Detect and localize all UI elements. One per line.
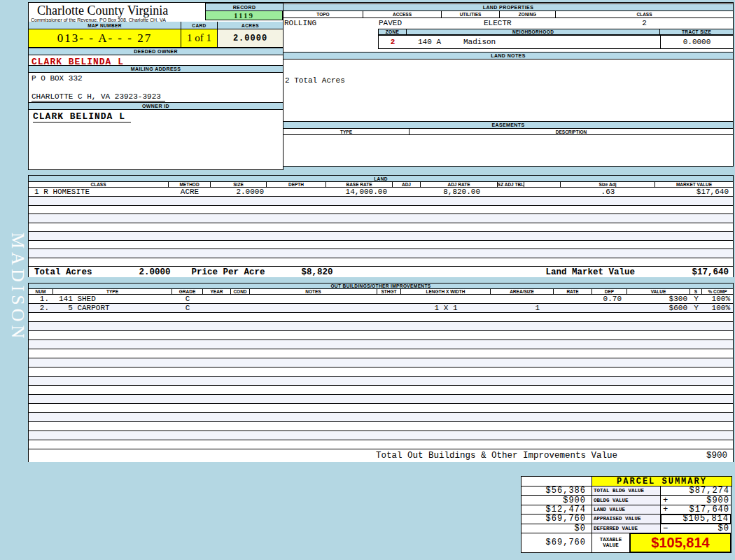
land-header-row: CLASSMETHODSIZEDEPTHBASE RATEADJADJ RATE… [29, 182, 733, 188]
column-header: NUM [29, 289, 53, 294]
acres-label: ACRES [218, 22, 283, 29]
total-acres-label: Total Acres [34, 267, 92, 277]
table-row: 2. 5 CARPORTC1 X 11$600Y100% [29, 304, 733, 313]
table-cell: C [172, 304, 203, 312]
parcel-summary-title: PARCEL SUMMARY [592, 476, 732, 486]
table-cell: 5 CARPORT [53, 304, 172, 312]
class-label: CLASS [556, 11, 733, 18]
address-line2: CHARLOTTE C H, VA 23923-3923 [31, 92, 165, 102]
table-cell: 8,820.00 [421, 188, 498, 196]
column-header: LENGTH X WIDTH [401, 289, 491, 294]
price-per-acre-value: $8,820 [302, 267, 333, 277]
summary-left-value: $56,386 [521, 486, 592, 496]
table-cell: $300 [627, 295, 690, 303]
empty-row [29, 206, 733, 215]
empty-row [29, 340, 733, 349]
table-cell [498, 188, 524, 196]
easements-title: EASEMENTS [284, 121, 733, 129]
land-market-value-label: Land Market Value [545, 267, 635, 277]
column-header: Size Adj [561, 182, 655, 187]
column-header: GRADE [172, 289, 203, 294]
table-cell: C [172, 295, 203, 303]
column-header: DEPTH [267, 182, 326, 187]
table-cell: 2.0000 [211, 188, 267, 196]
column-header: SIZE [211, 182, 267, 187]
zone-label: ZONE [379, 29, 407, 35]
empty-row [29, 431, 733, 440]
summary-label: APPRAISED VALUE [592, 514, 661, 524]
summary-amount: $900 [706, 496, 729, 505]
column-header: COND [231, 289, 250, 294]
summary-amount: $0 [718, 524, 729, 533]
land-notes-title: LAND NOTES [284, 52, 733, 59]
sidebar-vertical-label: MADISON [1, 231, 28, 343]
table-cell [203, 304, 231, 312]
parcel-summary-row: $56,386TOTAL BLDG VALUE$87,274 [522, 486, 734, 496]
utilities-value: ELECTR [484, 19, 512, 27]
owner-id-label: OWNER ID [29, 102, 283, 110]
tract-size-value: 0.0000 [660, 36, 733, 48]
summary-value: $87,274 [660, 486, 732, 496]
utilities-label: UTILITIES [442, 11, 500, 18]
price-per-acre-label: Price Per Acre [192, 267, 265, 277]
empty-row [29, 322, 733, 331]
empty-row [29, 404, 733, 413]
summary-value: −$0 [660, 524, 732, 533]
column-header [524, 182, 561, 187]
summary-value: +$900 [660, 495, 732, 505]
zone-box: ZONE NEIGHBORHOOD TRACT SIZE 2 140 A Mad… [378, 29, 733, 49]
summary-label: DEFERRED VALUE [592, 524, 661, 533]
column-header: NOTES [250, 289, 377, 294]
empty-row [29, 422, 733, 431]
table-row: 1 R HOMESITEACRE2.000014,000.008,820.00.… [29, 188, 733, 197]
deeded-owner-label: DEEDED OWNER [29, 48, 283, 55]
empty-row [29, 358, 733, 368]
summary-label: OBLDG VALUE [592, 495, 661, 505]
table-cell: 141 SHED [53, 295, 172, 303]
table-cell [524, 188, 561, 196]
table-cell: .63 [561, 188, 655, 196]
parcel-summary: PARCEL SUMMARY $56,386TOTAL BLDG VALUE$8… [522, 477, 734, 553]
empty-row [29, 214, 733, 223]
tract-size-label: TRACT SIZE [660, 29, 733, 35]
table-row: 1.141 SHEDC0.70$300Y100% [29, 295, 733, 304]
empty-row [29, 241, 733, 250]
column-header: % COMP [702, 289, 733, 294]
summary-label: LAND VALUE [592, 505, 661, 514]
table-cell: Y [690, 304, 702, 312]
table-cell: 0.70 [592, 295, 627, 303]
record-value: 1119 [205, 11, 283, 20]
table-cell [203, 295, 231, 303]
record-label: RECORD [205, 3, 283, 11]
topo-label: TOPO [284, 11, 363, 18]
map-number-value: 013- - A- - - 27 [29, 29, 181, 48]
mailing-address-label: MAILING ADDRESS [29, 65, 283, 73]
summary-left-value: $900 [521, 495, 592, 505]
table-cell: 2. [29, 304, 53, 312]
taxable-left-value: $69,760 [521, 533, 592, 553]
map-number-label: MAP NUMBER [29, 22, 181, 29]
column-header: RATE [554, 289, 592, 294]
acres-value: 2.0000 [218, 29, 283, 48]
table-cell [377, 304, 401, 312]
card-value: 1 of 1 [181, 29, 218, 48]
summary-sign: − [663, 524, 668, 533]
out-buildings-title: OUT BUILDINGS/OTHER IMPROVEMENTS [29, 284, 733, 289]
zoning-label: ZONING [500, 11, 556, 18]
table-cell [401, 295, 491, 303]
map-value-row: 013- - A- - - 27 1 of 1 2.0000 [29, 29, 283, 48]
column-header: ADJ RATE [421, 182, 498, 187]
empty-row [29, 249, 733, 258]
parcel-summary-row: $69,760APPRAISED VALUE$105,814 [522, 514, 734, 524]
out-buildings-panel: OUT BUILDINGS/OTHER IMPROVEMENTS NUMTYPE… [28, 283, 734, 462]
column-header: MARKET VALUE [655, 182, 733, 187]
summary-amount: $87,274 [690, 486, 729, 496]
out-buildings-header-row: NUMTYPEGRADEYEARCONDNOTESSTHGTLENGTH X W… [29, 289, 733, 295]
access-label: ACCESS [363, 11, 442, 18]
column-header: SZ ADJ TBL [498, 182, 524, 187]
column-header: TYPE [53, 289, 172, 294]
out-buildings-total-value: $900 [617, 451, 733, 461]
table-cell [250, 304, 377, 312]
table-cell [231, 295, 250, 303]
access-value: PAVED [379, 19, 402, 27]
